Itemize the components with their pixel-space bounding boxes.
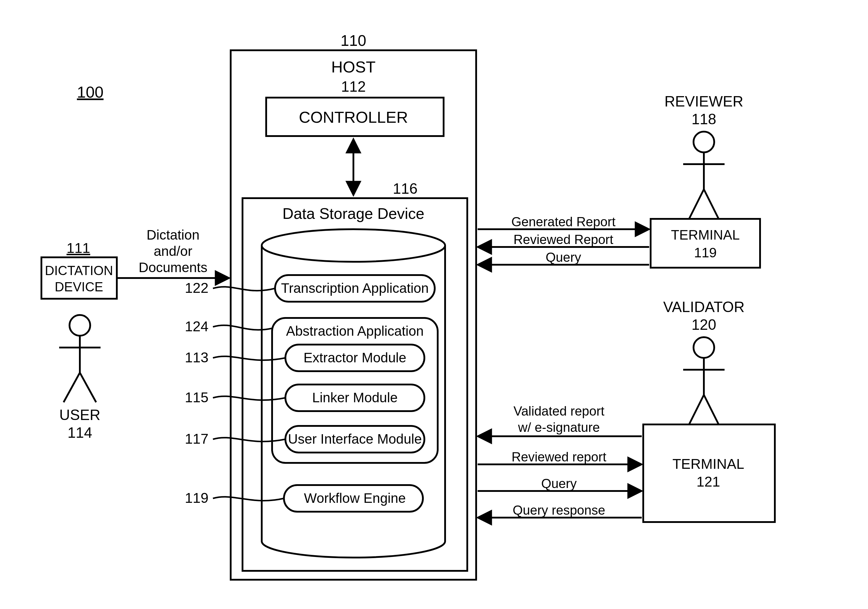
terminal-top-box: [651, 219, 760, 268]
arrow-validated-l2: w/ e-signature: [518, 420, 600, 434]
svg-line-17: [704, 395, 719, 425]
terminal-bottom-label: TERMINAL: [673, 456, 744, 472]
svg-line-16: [689, 395, 704, 425]
dictation-arrow-l3: Documents: [139, 260, 208, 275]
user-label: USER: [59, 407, 101, 423]
lead-workflow-ref: 119: [185, 490, 209, 506]
dictation-label-2: DEVICE: [55, 279, 103, 294]
svg-point-8: [693, 132, 714, 152]
validator-label: VALIDATOR: [663, 299, 744, 315]
terminal-top-label: TERMINAL: [671, 227, 740, 243]
dsd-label: Data Storage Device: [282, 205, 425, 222]
reviewer-ref: 118: [691, 111, 716, 127]
dictation-label-1: DICTATION: [45, 263, 113, 278]
arrow-query-top-label: Query: [546, 250, 581, 264]
svg-line-11: [689, 189, 704, 219]
lead-linker: [213, 396, 285, 400]
lead-workflow: [213, 497, 284, 501]
host-label: HOST: [331, 58, 375, 76]
controller-ref: 112: [341, 78, 366, 95]
arrow-validated-l1: Validated report: [513, 404, 604, 418]
controller-label: CONTROLLER: [299, 108, 408, 126]
lead-transcription-ref: 122: [185, 280, 209, 296]
svg-line-12: [704, 189, 719, 219]
lead-linker-ref: 115: [185, 389, 209, 405]
module-linker-label: Linker Module: [312, 390, 398, 405]
dictation-arrow-l1: Dictation: [147, 227, 200, 243]
dsd-ref: 116: [393, 180, 417, 197]
module-abstraction-label: Abstraction Application: [286, 323, 423, 339]
svg-line-7: [80, 373, 96, 402]
arrow-gen-report-label: Generated Report: [512, 214, 615, 229]
dictation-arrow-l2: and/or: [154, 243, 192, 259]
reviewer-label: REVIEWER: [665, 93, 744, 110]
reviewer-person-icon: [683, 132, 725, 219]
module-workflow-label: Workflow Engine: [304, 490, 406, 506]
system-diagram: 100 110 HOST 112 CONTROLLER 116 Data Sto…: [0, 0, 868, 609]
arrow-rev-report-bot-label: Reviewed report: [512, 449, 606, 464]
lead-abstraction-ref: 124: [185, 319, 209, 334]
lead-extractor: [213, 356, 285, 360]
validator-person-icon: [683, 337, 725, 425]
validator-ref: 120: [691, 316, 716, 333]
arrow-query-bot-label: Query: [541, 476, 577, 491]
terminal-top-ref: 119: [694, 245, 717, 260]
terminal-bottom-box: [643, 425, 775, 522]
lead-ui-ref: 117: [185, 431, 209, 446]
module-transcription-label: Transcription Application: [281, 280, 429, 296]
terminal-bottom-ref: 121: [696, 474, 720, 490]
arrow-query-resp-label: Query response: [513, 503, 605, 517]
dictation-ref: 111: [67, 240, 90, 256]
user-person-icon: [59, 315, 101, 402]
svg-point-13: [693, 337, 714, 358]
user-ref: 114: [67, 425, 92, 441]
lead-transcription: [213, 287, 275, 291]
module-extractor-label: Extractor Module: [304, 350, 406, 365]
module-ui-label: User Interface Module: [288, 431, 422, 446]
figure-ref: 100: [77, 83, 104, 101]
svg-point-3: [70, 315, 90, 336]
svg-point-0: [262, 229, 445, 262]
lead-ui: [213, 438, 285, 442]
arrow-rev-report-top-label: Reviewed Report: [513, 232, 613, 247]
lead-extractor-ref: 113: [185, 350, 209, 365]
host-ref: 110: [341, 32, 366, 49]
svg-line-6: [64, 373, 80, 402]
